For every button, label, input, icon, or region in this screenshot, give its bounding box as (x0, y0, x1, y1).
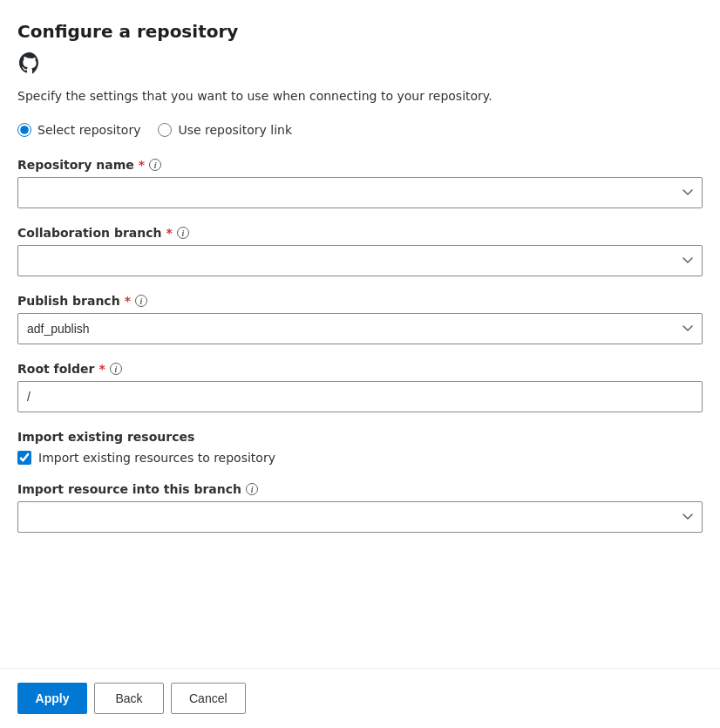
root-folder-label: Root folder * i (17, 362, 703, 376)
page-container: Configure a repository Specify the setti… (0, 0, 720, 669)
radio-select-label: Select repository (37, 123, 140, 137)
collaboration-branch-info-icon[interactable]: i (177, 227, 189, 239)
publish-branch-dropdown[interactable]: adf_publish (17, 313, 703, 344)
publish-branch-label: Publish branch * i (17, 294, 703, 308)
apply-button[interactable]: Apply (17, 683, 87, 714)
collaboration-branch-required: * (166, 226, 172, 240)
import-resource-branch-section: Import resource into this branch i (17, 482, 703, 533)
import-resource-branch-dropdown-wrapper (17, 501, 703, 533)
radio-group: Select repository Use repository link (17, 123, 703, 137)
import-existing-checkbox[interactable] (17, 451, 31, 465)
import-resource-branch-label-text: Import resource into this branch (17, 482, 241, 496)
back-button[interactable]: Back (94, 683, 164, 714)
publish-branch-section: Publish branch * i adf_publish (17, 294, 703, 344)
publish-branch-info-icon[interactable]: i (135, 295, 147, 307)
collaboration-branch-label: Collaboration branch * i (17, 226, 703, 240)
collaboration-branch-label-text: Collaboration branch (17, 226, 161, 240)
publish-branch-label-text: Publish branch (17, 294, 120, 308)
import-resource-branch-dropdown[interactable] (17, 501, 703, 533)
cancel-button[interactable]: Cancel (171, 683, 246, 714)
repository-name-dropdown[interactable] (17, 177, 703, 208)
description-text: Specify the settings that you want to us… (17, 87, 703, 105)
root-folder-input[interactable] (17, 381, 703, 412)
root-folder-label-text: Root folder (17, 362, 95, 376)
radio-use-link-label: Use repository link (178, 123, 292, 137)
page-title: Configure a repository (17, 21, 703, 42)
collaboration-branch-section: Collaboration branch * i (17, 226, 703, 276)
repository-name-section: Repository name * i (17, 158, 703, 208)
import-resource-branch-label: Import resource into this branch i (17, 482, 703, 496)
publish-branch-required: * (125, 294, 131, 308)
radio-use-link[interactable]: Use repository link (158, 123, 292, 137)
import-existing-section: Import existing resources Import existin… (17, 430, 703, 465)
root-folder-section: Root folder * i (17, 362, 703, 412)
root-folder-required: * (99, 362, 105, 376)
repository-name-info-icon[interactable]: i (149, 159, 161, 171)
collaboration-branch-dropdown[interactable] (17, 245, 703, 276)
repository-name-label: Repository name * i (17, 158, 703, 172)
import-existing-checkbox-label[interactable]: Import existing resources to repository (38, 451, 275, 465)
repository-name-dropdown-wrapper (17, 177, 703, 208)
repository-name-required: * (139, 158, 145, 172)
publish-branch-dropdown-wrapper: adf_publish (17, 313, 703, 344)
radio-select-repository[interactable]: Select repository (17, 123, 140, 137)
import-existing-label: Import existing resources (17, 430, 703, 444)
repository-name-label-text: Repository name (17, 158, 134, 172)
github-icon (17, 51, 42, 75)
radio-use-link-input[interactable] (158, 123, 172, 137)
import-existing-row: Import existing resources to repository (17, 451, 703, 465)
import-resource-branch-info-icon[interactable]: i (246, 483, 258, 495)
footer: Apply Back Cancel (0, 669, 720, 728)
radio-select-repository-input[interactable] (17, 123, 31, 137)
root-folder-info-icon[interactable]: i (110, 363, 122, 375)
collaboration-branch-dropdown-wrapper (17, 245, 703, 276)
